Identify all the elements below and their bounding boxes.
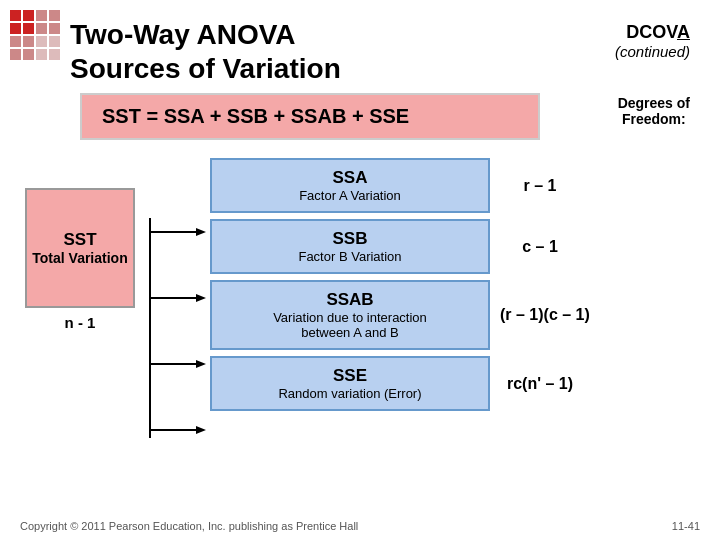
ssab-box: SSAB Variation due to interaction betwee… xyxy=(210,280,490,350)
svg-marker-12 xyxy=(196,294,206,302)
ssab-subtitle-line1: Variation due to interaction xyxy=(224,310,476,325)
title-line1: Two-Way ANOVA xyxy=(70,18,341,52)
footer: Copyright © 2011 Pearson Education, Inc.… xyxy=(20,520,700,532)
sst-equation-text: SST = SSA + SSB + SSAB + SSE xyxy=(102,105,409,127)
sse-subtitle: Random variation (Error) xyxy=(224,386,476,401)
sse-box: SSE Random variation (Error) xyxy=(210,356,490,411)
ssab-subtitle-line2: between A and B xyxy=(224,325,476,340)
ssa-title: SSA xyxy=(224,168,476,188)
page: Two-Way ANOVA Sources of Variation DCOVA… xyxy=(0,0,720,540)
svg-marker-16 xyxy=(196,426,206,434)
sst-n-label: n - 1 xyxy=(65,314,96,331)
ssb-row: SSB Factor B Variation c – 1 xyxy=(210,219,700,274)
degrees-header-line2: Freedom: xyxy=(618,111,690,127)
ssab-row: SSAB Variation due to interaction betwee… xyxy=(210,280,700,350)
dcova-text: DCOV xyxy=(626,22,677,42)
ssb-dof: c – 1 xyxy=(490,234,590,260)
sst-equation-box: SST = SSA + SSB + SSAB + SSE xyxy=(80,93,540,140)
copyright-text: Copyright © 2011 Pearson Education, Inc.… xyxy=(20,520,358,532)
ssb-subtitle: Factor B Variation xyxy=(224,249,476,264)
continued-label: (continued) xyxy=(615,43,690,60)
svg-marker-10 xyxy=(196,228,206,236)
ssab-dof: (r – 1)(c – 1) xyxy=(490,302,600,328)
sst-box-title: SST xyxy=(63,230,96,250)
ssa-subtitle: Factor A Variation xyxy=(224,188,476,203)
sst-box-subtitle: Total Variation xyxy=(32,250,127,266)
dcova-label: DCOVA xyxy=(615,22,690,43)
ssa-row: SSA Factor A Variation r – 1 xyxy=(210,158,700,213)
cross-icon xyxy=(10,10,60,60)
title-line2: Sources of Variation xyxy=(70,52,341,86)
svg-marker-14 xyxy=(196,360,206,368)
ssb-box: SSB Factor B Variation xyxy=(210,219,490,274)
ssa-box: SSA Factor A Variation xyxy=(210,158,490,213)
header: Two-Way ANOVA Sources of Variation DCOVA… xyxy=(0,0,720,85)
sse-title: SSE xyxy=(224,366,476,386)
ssa-dof: r – 1 xyxy=(490,173,590,199)
page-number: 11-41 xyxy=(672,520,700,532)
sse-dof: rc(n' – 1) xyxy=(490,371,590,397)
sse-row: SSE Random variation (Error) rc(n' – 1) xyxy=(210,356,700,411)
ssab-title: SSAB xyxy=(224,290,476,310)
header-right: DCOVA (continued) xyxy=(615,18,690,60)
degrees-header-line1: Degrees of xyxy=(618,95,690,111)
main-title: Two-Way ANOVA Sources of Variation xyxy=(70,18,341,85)
dcova-underline: A xyxy=(677,22,690,42)
sst-box: SST Total Variation xyxy=(25,188,135,308)
arrows-svg xyxy=(140,188,210,468)
ssb-title: SSB xyxy=(224,229,476,249)
